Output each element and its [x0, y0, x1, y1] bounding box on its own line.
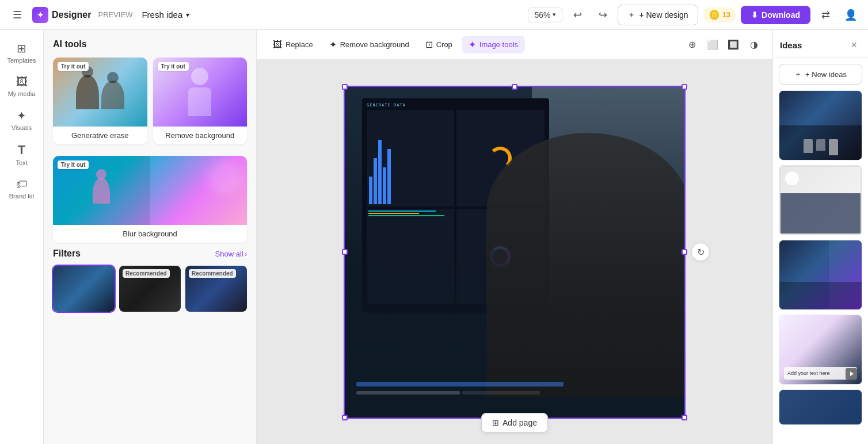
hamburger-menu-button[interactable]: ☰	[7, 5, 28, 25]
show-all-link[interactable]: Show all ›	[215, 250, 247, 258]
filters-header: Filters Show all ›	[53, 248, 247, 259]
idea-image-2	[779, 166, 862, 235]
filter-card-2[interactable]: Recommended	[119, 266, 181, 312]
file-title-button[interactable]: Fresh idea ▾	[137, 7, 194, 22]
logo-icon: ✦	[32, 7, 48, 23]
plus-icon: ＋	[627, 10, 635, 20]
undo-button[interactable]: ↩	[567, 5, 588, 25]
generative-erase-label: Generative erase	[53, 127, 147, 144]
sidebar-item-text[interactable]: T Text	[3, 138, 40, 171]
resize-handle-bl[interactable]	[342, 415, 348, 420]
replace-button[interactable]: 🖼 Replace	[266, 36, 320, 53]
new-ideas-button[interactable]: ＋ + New ideas	[779, 64, 862, 85]
filters-grid: Recommended Recommended	[53, 266, 247, 312]
canvas-toolbar: 🖼 Replace ✦ Remove background ⊡ Crop ✦ I…	[257, 30, 772, 60]
plus-icon: ＋	[794, 69, 802, 79]
download-icon: ⬇	[751, 10, 758, 20]
coin-balance: 🪙 13	[703, 7, 736, 22]
ai-tool-blur-bg[interactable]: Try it out Blur background	[53, 156, 247, 243]
resize-handle-tl[interactable]	[342, 84, 348, 90]
sidebar-item-visuals[interactable]: ✦ Visuals	[3, 104, 40, 136]
resize-handle-mr[interactable]	[682, 249, 687, 255]
try-it-out-badge: Try it out	[58, 62, 89, 71]
idea-card-5[interactable]	[779, 389, 862, 425]
resize-handle-ml[interactable]	[342, 249, 348, 255]
ai-tools-grid: Try it out Generative erase Try it out R…	[53, 58, 247, 144]
canvas-content[interactable]: GENERATE DATA	[344, 86, 686, 419]
image-tools-icon: ✦	[469, 39, 476, 50]
crop-label: Crop	[436, 40, 452, 49]
remove-background-button[interactable]: ✦ Remove background	[322, 36, 416, 53]
idea-image-3	[779, 240, 862, 309]
resize-handle-tr[interactable]	[682, 84, 687, 90]
right-panel-title: Ideas	[780, 40, 802, 50]
idea-image-1	[779, 91, 862, 160]
sidebar-visuals-label: Visuals	[12, 124, 32, 131]
resize-handle-tm[interactable]	[512, 84, 517, 90]
app-logo: ✦ Designer	[32, 7, 91, 23]
frame-icon-button[interactable]: ⬜	[703, 36, 722, 54]
zoom-level: 56%	[534, 10, 550, 20]
file-title-text: Fresh idea	[142, 10, 182, 20]
chevron-right-icon: ›	[245, 250, 247, 258]
resize-handle-br[interactable]	[682, 415, 687, 420]
coin-icon: 🪙	[709, 9, 720, 20]
idea-card-1[interactable]	[779, 90, 862, 160]
templates-icon: ⊞	[17, 41, 26, 55]
recommended-badge: Recommended	[123, 269, 170, 278]
topbar: ☰ ✦ Designer PREVIEW Fresh idea ▾ 56% ▾ …	[0, 0, 868, 30]
show-all-label: Show all	[215, 250, 243, 258]
idea-card-3[interactable]	[779, 240, 862, 310]
filter-card-3[interactable]: Recommended	[185, 266, 247, 312]
idea-card-2[interactable]	[779, 165, 862, 235]
sidebar-brandkit-label: Brand kit	[9, 193, 34, 200]
image-tools-label: Image tools	[479, 40, 518, 49]
preview-label: PREVIEW	[98, 10, 132, 19]
crop-icon: ⊡	[425, 39, 433, 50]
refresh-button[interactable]: ↻	[691, 243, 710, 261]
text-icon: T	[18, 143, 25, 158]
add-page-button[interactable]: ⊞ Add page	[481, 413, 548, 432]
blur-bg-label: Blur background	[53, 225, 247, 243]
remove-bg-label: Remove background	[340, 40, 409, 49]
crop-button[interactable]: ⊡ Crop	[418, 36, 459, 53]
ai-tool-remove-bg[interactable]: Try it out Remove background	[153, 58, 248, 144]
eye-dropper-button[interactable]: 🔲	[724, 36, 743, 54]
refresh-icon: ↻	[697, 247, 705, 258]
replace-label: Replace	[285, 40, 313, 49]
chevron-down-icon: ▾	[553, 11, 556, 18]
right-panel-close-button[interactable]: ✕	[847, 38, 861, 52]
add-page-label: Add page	[502, 418, 537, 427]
profile-button[interactable]: 👤	[840, 5, 861, 25]
expand-icon-button[interactable]: ⊕	[683, 36, 701, 54]
brandkit-icon: 🏷	[16, 178, 28, 191]
download-label: Download	[762, 10, 800, 20]
sidebar-text-label: Text	[16, 159, 27, 166]
sidebar-item-templates[interactable]: ⊞ Templates	[3, 37, 40, 68]
app-name: Designer	[52, 10, 91, 20]
new-design-button[interactable]: ＋ + New design	[618, 5, 698, 25]
redo-button[interactable]: ↪	[592, 5, 613, 25]
share-button[interactable]: ⇄	[815, 5, 836, 25]
filter-image-1	[53, 266, 115, 312]
replace-icon: 🖼	[273, 40, 282, 50]
sidebar-item-mymedia[interactable]: 🖼 My media	[3, 71, 40, 102]
ai-tools-title: AI tools	[53, 39, 247, 49]
canvas-wrapper: GENERATE DATA	[257, 60, 772, 444]
sidebar-item-brandkit[interactable]: 🏷 Brand kit	[3, 173, 40, 204]
remove-bg-label: Remove background	[153, 127, 248, 144]
contrast-icon-button[interactable]: ◑	[745, 36, 763, 54]
image-tools-button[interactable]: ✦ Image tools	[462, 36, 525, 53]
remove-bg-icon: ✦	[329, 39, 337, 50]
filter-card-1[interactable]	[53, 266, 115, 312]
zoom-selector[interactable]: 56% ▾	[528, 7, 562, 22]
idea-image-5	[779, 390, 862, 424]
ai-tool-generative-erase[interactable]: Try it out Generative erase	[53, 58, 147, 144]
download-button[interactable]: ⬇ Download	[741, 6, 810, 24]
recommended-badge: Recommended	[189, 269, 236, 278]
idea-card-4[interactable]: Add your text here	[779, 315, 862, 385]
ideas-list: Add your text here	[773, 90, 868, 444]
chevron-down-icon: ▾	[186, 11, 189, 19]
idea-image-4: Add your text here	[779, 315, 862, 384]
filters-title: Filters	[53, 248, 81, 259]
